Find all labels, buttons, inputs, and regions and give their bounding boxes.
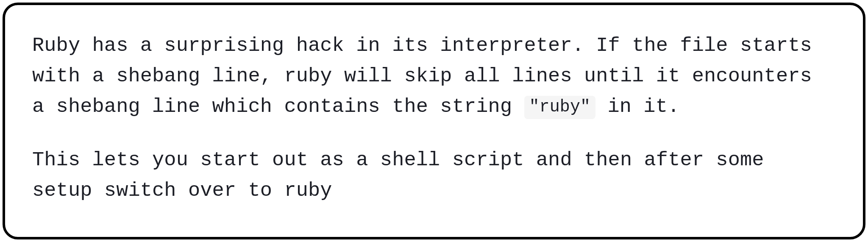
paragraph-1: Ruby has a surprising hack in its interp… bbox=[32, 31, 836, 122]
inline-code-ruby: "ruby" bbox=[524, 96, 596, 119]
paragraph-2: This lets you start out as a shell scrip… bbox=[32, 145, 836, 206]
document-card: Ruby has a surprising hack in its interp… bbox=[3, 3, 865, 239]
paragraph-1-text-pre: Ruby has a surprising hack in its interp… bbox=[32, 34, 812, 118]
paragraph-1-text-post: in it. bbox=[607, 95, 679, 118]
paragraph-2-text: This lets you start out as a shell scrip… bbox=[32, 149, 764, 202]
